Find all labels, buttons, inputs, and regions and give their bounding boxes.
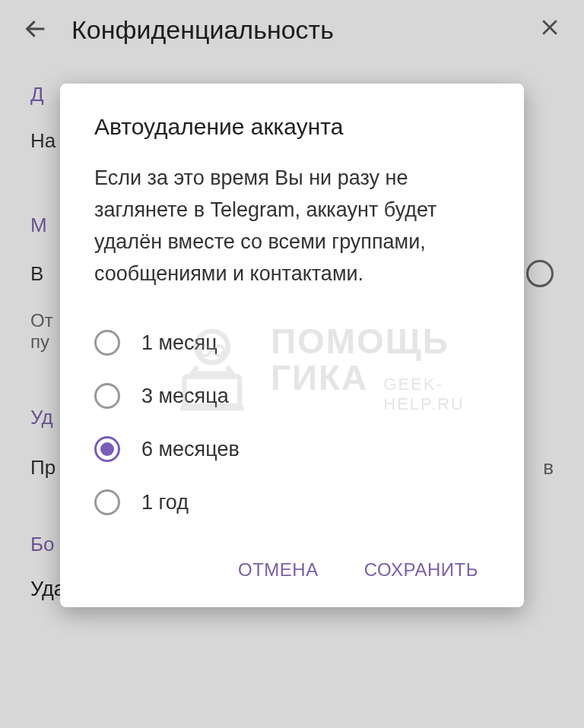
radio-label: 1 год	[141, 491, 189, 514]
cancel-button[interactable]: ОТМЕНА	[234, 552, 322, 588]
radio-option-6months[interactable]: 6 месяцев	[94, 423, 490, 476]
radio-icon-selected	[94, 436, 120, 462]
radio-icon	[94, 330, 120, 356]
radio-icon	[94, 489, 120, 515]
radio-label: 3 месяца	[141, 385, 229, 408]
save-button[interactable]: СОХРАНИТЬ	[360, 552, 482, 588]
dialog-button-row: ОТМЕНА СОХРАНИТЬ	[94, 552, 490, 588]
radio-label: 1 месяц	[141, 331, 217, 355]
radio-option-1month[interactable]: 1 месяц	[94, 316, 490, 369]
radio-option-3months[interactable]: 3 месяца	[94, 369, 490, 423]
radio-option-1year[interactable]: 1 год	[94, 476, 490, 529]
period-radio-group: 1 месяц 3 месяца 6 месяцев 1 год	[94, 316, 490, 529]
dialog-title: Автоудаление аккаунта	[94, 114, 490, 140]
auto-delete-dialog: Автоудаление аккаунта Если за это время …	[60, 84, 524, 607]
dialog-description: Если за это время Вы ни разу не заглянет…	[94, 163, 490, 290]
radio-label: 6 месяцев	[141, 438, 240, 461]
dialog-overlay: Автоудаление аккаунта Если за это время …	[0, 0, 584, 728]
radio-icon	[94, 383, 120, 409]
